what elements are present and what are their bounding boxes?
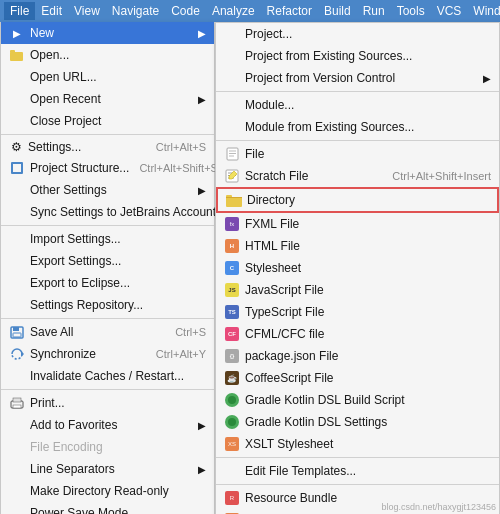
print-icon — [9, 395, 25, 411]
menu-project-structure[interactable]: Project Structure... Ctrl+Alt+Shift+S — [1, 157, 214, 179]
menu-gradle-kotlin-settings[interactable]: Gradle Kotlin DSL Settings — [216, 411, 499, 433]
save-all-icon — [9, 324, 25, 340]
file-label: File — [245, 147, 491, 161]
menubar-tools[interactable]: Tools — [391, 2, 431, 20]
menu-line-separators[interactable]: Line Separators ▶ — [1, 458, 214, 480]
menu-file[interactable]: File — [216, 143, 499, 165]
menubar-wind[interactable]: Wind — [467, 2, 500, 20]
menubar-vcs[interactable]: VCS — [431, 2, 468, 20]
menu-module-existing[interactable]: Module from Existing Sources... — [216, 116, 499, 138]
menu-other-settings[interactable]: Other Settings ▶ — [1, 179, 214, 201]
coffee-icon: ☕ — [224, 370, 240, 386]
menu-export-settings[interactable]: Export Settings... — [1, 250, 214, 272]
project-vcs-arrow: ▶ — [483, 73, 491, 84]
print-label: Print... — [30, 396, 206, 410]
menubar-refactor[interactable]: Refactor — [261, 2, 318, 20]
project-vcs-icon — [224, 70, 240, 86]
menu-xslt[interactable]: XS XSLT Stylesheet — [216, 433, 499, 455]
add-favorites-arrow: ▶ — [198, 420, 206, 431]
menubar-code[interactable]: Code — [165, 2, 206, 20]
svg-marker-5 — [21, 351, 24, 357]
make-readonly-label: Make Directory Read-only — [30, 484, 206, 498]
edit-templates-icon — [224, 463, 240, 479]
menu-synchronize[interactable]: Synchronize Ctrl+Alt+Y — [1, 343, 214, 365]
sync-settings-label: Sync Settings to JetBrains Account... — [30, 205, 226, 219]
settings-shortcut: Ctrl+Alt+S — [156, 141, 206, 153]
html-file-label: HTML File — [245, 239, 491, 253]
module-existing-icon — [224, 119, 240, 135]
menubar-file[interactable]: File — [4, 2, 35, 20]
menu-settings-repo[interactable]: Settings Repository... — [1, 294, 214, 316]
new-sep3 — [216, 457, 499, 458]
menu-sync-settings[interactable]: Sync Settings to JetBrains Account... — [1, 201, 214, 223]
menu-bar: File Edit View Navigate Code Analyze Ref… — [0, 0, 500, 22]
menu-new[interactable]: ▶ New ▶ — [1, 22, 214, 44]
menubar-navigate[interactable]: Navigate — [106, 2, 165, 20]
secondary-menu: Project... Project from Existing Sources… — [215, 22, 500, 514]
menu-package-json[interactable]: {} package.json File — [216, 345, 499, 367]
scratch-file-shortcut: Ctrl+Alt+Shift+Insert — [392, 170, 491, 182]
gradle-kotlin-settings-label: Gradle Kotlin DSL Settings — [245, 415, 491, 429]
menu-settings[interactable]: ⚙ Settings... Ctrl+Alt+S — [1, 137, 214, 157]
menu-gradle-kotlin-build[interactable]: Gradle Kotlin DSL Build Script — [216, 389, 499, 411]
open-recent-icon — [9, 91, 25, 107]
scratch-file-label: Scratch File — [245, 169, 382, 183]
primary-menu: ▶ New ▶ Open... Open URL... Open Recent … — [0, 22, 215, 514]
menu-edit-templates[interactable]: Edit File Templates... — [216, 460, 499, 482]
menu-export-eclipse[interactable]: Export to Eclipse... — [1, 272, 214, 294]
settings-repo-label: Settings Repository... — [30, 298, 206, 312]
project-vcs-label: Project from Version Control — [245, 71, 479, 85]
menu-close-project[interactable]: Close Project — [1, 110, 214, 132]
menu-typescript-file[interactable]: TS TypeScript File — [216, 301, 499, 323]
menu-project-vcs[interactable]: Project from Version Control ▶ — [216, 67, 499, 89]
menu-coffeescript[interactable]: ☕ CoffeeScript File — [216, 367, 499, 389]
import-settings-icon — [9, 231, 25, 247]
project-structure-label: Project Structure... — [30, 161, 129, 175]
menubar-build[interactable]: Build — [318, 2, 357, 20]
scratch-icon — [224, 168, 240, 184]
menu-project-existing[interactable]: Project from Existing Sources... — [216, 45, 499, 67]
module-icon — [224, 97, 240, 113]
close-project-icon — [9, 113, 25, 129]
dropdown-container: ▶ New ▶ Open... Open URL... Open Recent … — [0, 22, 500, 514]
menu-html-file[interactable]: H HTML File — [216, 235, 499, 257]
settings-icon: ⚙ — [9, 140, 23, 154]
menu-power-save[interactable]: Power Save Mode — [1, 502, 214, 514]
menu-scratch-file[interactable]: Scratch File Ctrl+Alt+Shift+Insert — [216, 165, 499, 187]
synchronize-label: Synchronize — [30, 347, 146, 361]
menubar-view[interactable]: View — [68, 2, 106, 20]
invalidate-label: Invalidate Caches / Restart... — [30, 369, 206, 383]
menu-import-settings[interactable]: Import Settings... — [1, 228, 214, 250]
new-icon: ▶ — [9, 25, 25, 41]
menu-print[interactable]: Print... — [1, 392, 214, 414]
menu-invalidate[interactable]: Invalidate Caches / Restart... — [1, 365, 214, 387]
menu-open-url[interactable]: Open URL... — [1, 66, 214, 88]
json-icon: {} — [224, 348, 240, 364]
synchronize-icon — [9, 346, 25, 362]
cfml-file-label: CFML/CFC file — [245, 327, 491, 341]
js-icon: JS — [224, 282, 240, 298]
new-arrow: ▶ — [198, 28, 206, 39]
menubar-edit[interactable]: Edit — [35, 2, 68, 20]
menu-add-favorites[interactable]: Add to Favorites ▶ — [1, 414, 214, 436]
menu-make-readonly[interactable]: Make Directory Read-only — [1, 480, 214, 502]
menu-directory[interactable]: Directory — [216, 187, 499, 213]
menubar-analyze[interactable]: Analyze — [206, 2, 261, 20]
menu-cfml-file[interactable]: CF CFML/CFC file — [216, 323, 499, 345]
save-all-shortcut: Ctrl+S — [175, 326, 206, 338]
menu-project[interactable]: Project... — [216, 23, 499, 45]
menubar-run[interactable]: Run — [357, 2, 391, 20]
menu-open-recent[interactable]: Open Recent ▶ — [1, 88, 214, 110]
menu-javascript-file[interactable]: JS JavaScript File — [216, 279, 499, 301]
coffeescript-label: CoffeeScript File — [245, 371, 491, 385]
menu-save-all[interactable]: Save All Ctrl+S — [1, 321, 214, 343]
open-icon — [9, 47, 25, 63]
open-url-icon — [9, 69, 25, 85]
menu-open[interactable]: Open... — [1, 44, 214, 66]
menu-stylesheet[interactable]: C Stylesheet — [216, 257, 499, 279]
menu-module[interactable]: Module... — [216, 94, 499, 116]
new-sep2 — [216, 140, 499, 141]
sep1 — [1, 134, 214, 135]
menu-fxml-file[interactable]: fx FXML File — [216, 213, 499, 235]
project-label: Project... — [245, 27, 491, 41]
